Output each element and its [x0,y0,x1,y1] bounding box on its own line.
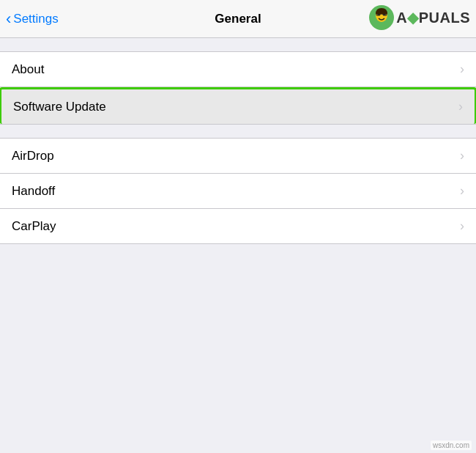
back-button[interactable]: ‹ Settings [6,11,59,27]
section-group-1: About › Software Update › [0,51,476,125]
back-chevron-icon: ‹ [6,11,11,27]
logo-text: A◆PUALS [396,9,470,26]
list-item-about[interactable]: About › [0,52,476,87]
airdrop-label: AirDrop [12,149,54,163]
software-update-chevron-icon: › [458,99,463,114]
back-label: Settings [13,12,58,26]
carplay-chevron-icon: › [460,218,464,234]
section-general-top: About › Software Update › [0,51,476,125]
list-item-airdrop[interactable]: AirDrop › [0,139,476,174]
handoff-label: Handoff [12,184,55,199]
page-title: General [215,12,261,26]
list-item-software-update[interactable]: Software Update › [0,87,476,124]
watermark-text: wsxdn.com [431,441,472,450]
handoff-chevron-icon: › [460,183,464,199]
logo-icon [368,4,395,31]
software-update-label: Software Update [13,100,106,114]
section-general-bottom: AirDrop › Handoff › CarPlay › [0,138,476,244]
section-group-2: AirDrop › Handoff › CarPlay › [0,138,476,244]
appuals-logo: A◆PUALS [368,4,470,31]
list-item-handoff[interactable]: Handoff › [0,174,476,209]
carplay-label: CarPlay [12,219,56,234]
airdrop-chevron-icon: › [460,148,464,163]
list-item-carplay[interactable]: CarPlay › [0,209,476,243]
about-label: About [12,62,44,77]
navigation-bar: ‹ Settings General A◆PUALS [0,0,476,38]
about-chevron-icon: › [460,62,464,77]
